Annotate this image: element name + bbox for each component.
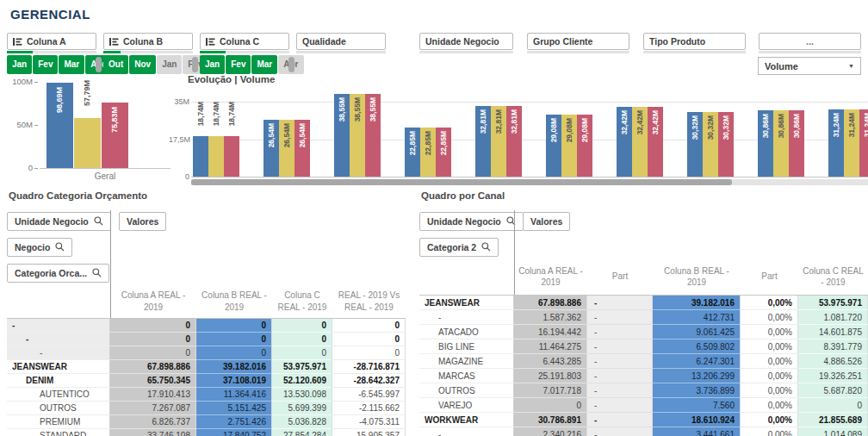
table-cell: 3.736.899: [653, 383, 741, 398]
month-chip-fev[interactable]: Fev: [33, 55, 58, 74]
table-cell: 5.151.425: [196, 402, 272, 415]
month-chip-jan[interactable]: Jan: [157, 55, 182, 74]
table-cell: 0,00%: [741, 354, 798, 369]
row-label[interactable]: JEANSWEAR: [7, 360, 110, 374]
row-label[interactable]: -: [7, 346, 110, 360]
filter-box-label: Tipo Produto: [649, 36, 705, 47]
bar-value-label: 18,74M: [196, 102, 205, 126]
bar-value-label: 26,54M: [282, 123, 291, 147]
dimension-chip-unidade-negocio[interactable]: Unidade Negocio: [419, 212, 524, 231]
table-cell: 412.731: [653, 310, 741, 325]
filter-box-unidade-negocio[interactable]: Unidade Negocio: [419, 33, 513, 50]
measure-dropdown[interactable]: Volume ▼: [758, 57, 861, 75]
table-cell: 13.206.299: [653, 369, 741, 383]
selection-progress-fill: [103, 51, 121, 53]
row-label[interactable]: STANDARD: [7, 429, 110, 436]
row-label[interactable]: VAREJO: [419, 398, 514, 413]
table-row-denim: DENIM65.750.34537.108.01952.120.609-28.6…: [7, 374, 406, 388]
bar-value-label: 22,85M: [439, 131, 448, 155]
month-chip-nov[interactable]: Nov: [129, 55, 156, 74]
table-cell: 8.391.779: [798, 339, 868, 354]
table-cell: 0: [332, 333, 406, 346]
table-row-workwear: WORKWEAR30.786.891-18.610.9240,00%21.855…: [419, 413, 868, 427]
row-label[interactable]: PREMIUM: [7, 415, 110, 429]
table-cell: 0,00%: [741, 413, 798, 427]
table-cell: 1.587.362: [514, 310, 587, 325]
table-cell: 33.746.108: [110, 429, 196, 436]
table-cell: -4.075.311: [332, 415, 406, 429]
table-cell: 1.014.089: [798, 427, 868, 436]
bar-value-label: 30,32M: [722, 115, 730, 140]
bar-value-label: 29,08M: [580, 118, 589, 142]
gridline: [191, 102, 868, 103]
table-cell: 0,00%: [741, 369, 798, 383]
row-label[interactable]: OUTROS: [7, 402, 110, 415]
dimension-chip-label: Unidade Negocio: [15, 216, 89, 227]
filter-box-coluna-a[interactable]: Coluna A: [7, 33, 96, 50]
table-cell: -: [587, 369, 653, 383]
bar-value-label: 22,85M: [424, 131, 432, 155]
table-cell: 2.751.426: [196, 415, 272, 429]
row-label[interactable]: MAGAZINE: [419, 354, 514, 369]
row-label[interactable]: -: [419, 427, 514, 436]
y-axis-tick-label: 35M: [169, 97, 189, 107]
row-label[interactable]: -: [7, 333, 110, 346]
filter-box-tipo-produto[interactable]: Tipo Produto: [643, 33, 746, 50]
y-axis-tick: [34, 82, 38, 83]
filter-box-qualidade[interactable]: Qualidade: [296, 33, 386, 50]
table-cell: -: [587, 339, 653, 354]
bar-value-label: 31,24M: [863, 113, 868, 137]
row-label[interactable]: JEANSWEAR: [419, 296, 514, 310]
table-cell: 37.108.019: [196, 374, 272, 388]
chart-scrollbar-thumb[interactable]: [191, 179, 732, 185]
table-row-item: -0000: [7, 346, 406, 360]
bar-value-label: 30,32M: [691, 115, 699, 140]
dimension-chip-categoria-orca[interactable]: Categoria Orca...: [7, 264, 109, 283]
row-label[interactable]: AUTENTICO: [7, 388, 110, 402]
selection-progress-track: [7, 51, 96, 53]
row-label[interactable]: MARCAS: [419, 369, 514, 383]
month-chip-mar[interactable]: Mar: [59, 55, 84, 74]
bar-coluna-b[interactable]: [74, 118, 101, 168]
bar-group1-series3[interactable]: [224, 136, 239, 177]
row-label[interactable]: ATACADO: [419, 325, 514, 339]
row-label[interactable]: OUTROS: [419, 383, 514, 398]
month-chip-fev[interactable]: Fev: [226, 55, 251, 74]
table-cell: 16.194.442: [514, 325, 587, 339]
bar-group1-series2[interactable]: [208, 136, 224, 177]
filter-box-coluna-c[interactable]: Coluna C: [200, 33, 289, 50]
table-cell: 0,00%: [741, 427, 798, 436]
y-axis-tick: [34, 168, 38, 169]
filter-box-grupo-cliente[interactable]: Grupo Cliente: [527, 33, 629, 50]
listbox-scrollbar[interactable]: [288, 57, 294, 72]
bar-group1-series1[interactable]: [193, 136, 208, 177]
dimension-chip-unidade-negocio[interactable]: Unidade Negocio: [7, 212, 111, 231]
table-cell: 0,00%: [741, 398, 798, 413]
table-row-premium: PREMIUM6.826.7372.751.4265.036.828-4.075…: [7, 415, 406, 429]
row-label[interactable]: DENIM: [7, 374, 110, 388]
column-header-part: Part: [741, 271, 798, 283]
listbox-scrollbar[interactable]: [96, 57, 102, 72]
month-chip-jan[interactable]: Jan: [7, 55, 32, 74]
row-label[interactable]: -: [419, 310, 514, 325]
measures-chip[interactable]: Valores: [119, 212, 166, 231]
table-cell: 17.840.752: [196, 429, 272, 436]
month-chip-out[interactable]: Out: [103, 55, 128, 74]
filter-box-coluna-b[interactable]: Coluna B: [103, 33, 193, 50]
month-chip-mar[interactable]: Mar: [251, 55, 277, 74]
listbox-scrollbar[interactable]: [192, 57, 198, 72]
filter-box-item[interactable]: ...: [759, 33, 861, 50]
row-label[interactable]: BIG LINE: [419, 339, 514, 354]
measures-chip[interactable]: Valores: [523, 212, 570, 231]
table-cell: 0: [196, 346, 272, 360]
bar-value-label: 32,42M: [651, 110, 660, 134]
row-label[interactable]: -: [7, 319, 110, 333]
search-icon: [55, 242, 65, 253]
column-header-real-2019-vs-real-2019: REAL - 2019 Vs REAL - 2019: [332, 290, 406, 313]
row-label[interactable]: WORKWEAR: [419, 413, 514, 427]
filter-box-label: Qualidade: [302, 36, 346, 47]
dimension-chip-categoria-2[interactable]: Categoria 2: [419, 238, 499, 257]
table-cell: 0: [514, 398, 587, 413]
dimension-chip-negocio[interactable]: Negocio: [7, 238, 72, 257]
month-chip-jan[interactable]: Jan: [200, 55, 225, 74]
